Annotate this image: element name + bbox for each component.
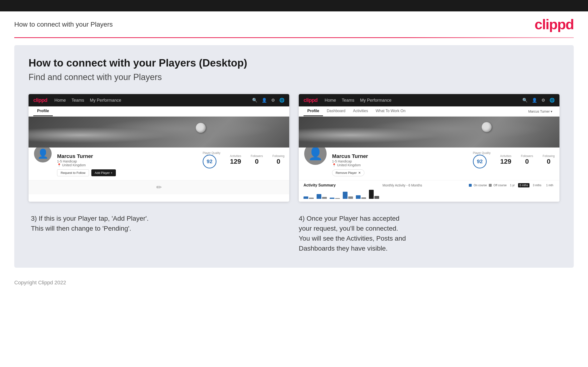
bar-1-on — [303, 196, 308, 199]
right-avatar-icon: 👤 — [308, 147, 323, 161]
left-golf-ball — [196, 123, 206, 133]
left-tab-row: Profile — [28, 106, 289, 117]
left-golf-image — [28, 117, 289, 148]
right-activities-value: 129 — [500, 158, 511, 165]
left-navbar: clippd Home Teams My Performance 🔍 👤 ⚙ 🌐 — [28, 94, 289, 106]
left-followers-value: 0 — [251, 158, 263, 165]
bar-3-on — [330, 198, 334, 199]
right-nav-teams[interactable]: Teams — [342, 98, 355, 103]
left-activities-label: Activities — [230, 154, 241, 158]
left-nav-links: Home Teams My Performance — [54, 98, 121, 103]
activity-summary: Activity Summary Monthly Activity - 6 Mo… — [299, 180, 560, 202]
top-bar — [0, 0, 588, 11]
right-stat-quality: Player Quality 92 — [473, 151, 491, 168]
bar-6-off — [374, 196, 379, 199]
bar-5-off — [361, 197, 366, 199]
right-user-dropdown[interactable]: Marcus Turner ▾ — [528, 109, 555, 113]
caption-left: 3) If this is your Player tap, 'Add Play… — [31, 214, 289, 253]
header-title: How to connect with your Players — [14, 21, 113, 28]
add-player-button[interactable]: Add Player + — [91, 169, 116, 176]
left-nav-teams[interactable]: Teams — [72, 98, 84, 103]
right-stat-followers: Followers 0 — [521, 154, 533, 165]
right-user-icon[interactable]: 👤 — [532, 98, 537, 103]
main-content: How to connect with your Players (Deskto… — [14, 45, 574, 268]
bar-6-on — [369, 190, 374, 199]
left-pencil-area: ✏ — [28, 180, 289, 194]
screenshot-right: clippd Home Teams My Performance 🔍 👤 ⚙ 🌐… — [299, 94, 560, 202]
left-stats-row: Player Quality 92 Activities 129 Followe… — [198, 151, 285, 168]
bar-2-on — [317, 194, 321, 199]
right-tab-activities[interactable]: Activities — [349, 106, 372, 116]
left-quality-circle: 92 — [203, 155, 216, 168]
right-activities-label: Activities — [500, 154, 511, 158]
activity-summary-title: Activity Summary — [303, 183, 336, 187]
copyright-text: Copyright Clippd 2022 — [14, 280, 66, 285]
right-tab-what-to-work-on[interactable]: What To Work On — [372, 106, 409, 116]
time-btn-1mth[interactable]: 1 mth — [545, 183, 555, 187]
right-following-value: 0 — [543, 158, 555, 165]
left-golf-image-inner — [28, 117, 289, 148]
right-nav-home[interactable]: Home — [325, 98, 336, 103]
right-tabs: Profile Dashboard Activities What To Wor… — [303, 106, 409, 116]
right-tab-row: Profile Dashboard Activities What To Wor… — [299, 106, 560, 117]
right-globe-icon[interactable]: 🌐 — [549, 98, 555, 103]
left-following-label: Following — [272, 154, 285, 158]
right-tab-dashboard[interactable]: Dashboard — [323, 106, 349, 116]
left-profile-section: 👤 Marcus Turner 1-5 Handicap 📍 United Ki… — [28, 148, 289, 180]
right-nav-performance[interactable]: My Performance — [360, 98, 391, 103]
left-profile-buttons: Request to Follow Add Player + — [57, 169, 193, 176]
right-app-logo: clippd — [303, 97, 318, 103]
left-nav-home[interactable]: Home — [54, 98, 66, 103]
page-heading: How to connect with your Players (Deskto… — [28, 57, 560, 69]
left-stat-followers: Followers 0 — [251, 154, 263, 165]
screenshots-row: clippd Home Teams My Performance 🔍 👤 ⚙ 🌐… — [28, 94, 560, 202]
right-profile-location: 📍 United Kingdom — [332, 163, 463, 167]
left-nav-performance[interactable]: My Performance — [90, 98, 121, 103]
bar-5-on — [356, 195, 361, 199]
mini-bar-chart — [303, 189, 555, 199]
right-followers-value: 0 — [521, 158, 533, 165]
bar-4-off — [348, 196, 353, 199]
left-nav-icons: 🔍 👤 ⚙ 🌐 — [252, 98, 285, 103]
right-golf-image-inner — [299, 117, 560, 148]
right-remove-player-btn-container: Remove Player ✕ — [332, 167, 463, 176]
right-tab-profile[interactable]: Profile — [303, 106, 323, 116]
right-settings-icon[interactable]: ⚙ — [541, 98, 545, 103]
request-follow-button[interactable]: Request to Follow — [57, 169, 89, 176]
right-search-icon[interactable]: 🔍 — [522, 98, 527, 103]
right-profile-section: 👤 Marcus Turner 1-5 Handicap 📍 United Ki… — [299, 148, 560, 180]
right-location-pin-icon: 📍 — [332, 163, 336, 167]
right-following-label: Following — [543, 154, 555, 158]
clippd-logo: clippd — [535, 16, 574, 33]
remove-player-button[interactable]: Remove Player ✕ — [332, 169, 364, 176]
footer: Copyright Clippd 2022 — [0, 275, 588, 291]
captions-row: 3) If this is your Player tap, 'Add Play… — [28, 214, 560, 253]
pencil-icon: ✏ — [156, 184, 162, 191]
bar-2-off — [322, 197, 327, 199]
right-navbar: clippd Home Teams My Performance 🔍 👤 ⚙ 🌐 — [299, 94, 560, 106]
page-subheading: Find and connect with your Players — [28, 72, 560, 82]
caption-right-text: 4) Once your Player has acceptedyour req… — [299, 215, 406, 252]
left-following-value: 0 — [272, 158, 285, 165]
search-icon[interactable]: 🔍 — [252, 98, 257, 103]
left-quality-label: Player Quality — [203, 151, 221, 155]
left-followers-label: Followers — [251, 154, 263, 158]
header-divider — [14, 37, 574, 38]
off-course-legend-dot — [489, 184, 492, 187]
time-btn-6mths[interactable]: 6 mths — [518, 183, 529, 187]
user-icon[interactable]: 👤 — [262, 98, 267, 103]
left-avatar-icon: 👤 — [37, 149, 49, 159]
globe-icon[interactable]: 🌐 — [279, 98, 285, 103]
bar-1-off — [309, 198, 314, 199]
bar-4-on — [343, 192, 347, 199]
right-stats-row: Player Quality 92 Activities 129 Followe… — [468, 151, 555, 168]
time-btn-3mths[interactable]: 3 mths — [531, 183, 543, 187]
right-golf-image — [299, 117, 560, 148]
right-nav-links: Home Teams My Performance — [325, 98, 391, 103]
right-quality-circle: 92 — [473, 155, 487, 168]
time-btn-1yr[interactable]: 1 yr — [509, 183, 516, 187]
settings-icon[interactable]: ⚙ — [271, 98, 275, 103]
right-stat-following: Following 0 — [543, 154, 555, 165]
activity-period: Monthly Activity - 6 Months — [382, 184, 422, 187]
left-tab-profile[interactable]: Profile — [33, 106, 53, 116]
